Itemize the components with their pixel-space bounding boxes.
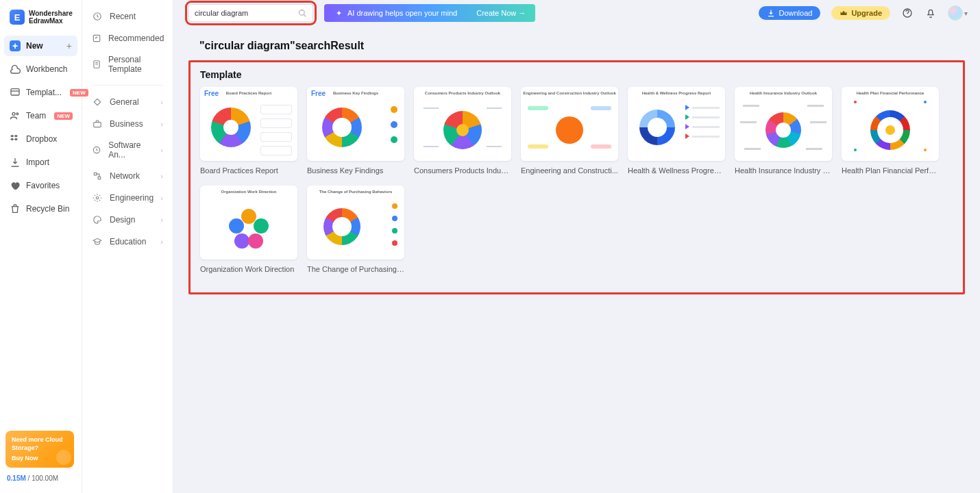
sidebar-item-label: Network xyxy=(110,171,140,181)
cat-network[interactable]: Network › xyxy=(82,165,173,187)
template-card[interactable]: Health & Wellness Progress ReportHealth … xyxy=(628,87,725,175)
thumb-title: Health Plan Financial Performance xyxy=(842,91,939,95)
sidebar-item-label: Workbench xyxy=(26,64,67,74)
sidebar-item-favorites[interactable]: Favorites xyxy=(4,175,77,196)
template-title: Business Key Findings xyxy=(307,166,404,175)
sidebar2-recent[interactable]: Recent xyxy=(82,5,173,27)
template-title: Organization Work Direction xyxy=(200,265,297,273)
search-input-wrap[interactable] xyxy=(188,4,313,22)
sidebar-item-label: Education xyxy=(110,237,146,246)
thumb-title: Business Key Findings xyxy=(307,91,404,95)
brand-line1: Wondershare xyxy=(29,10,73,17)
avatar xyxy=(948,5,963,21)
sidebar-item-templates[interactable]: Templat... NEW xyxy=(4,82,77,103)
brand-logo-icon: E xyxy=(10,10,25,25)
user-menu[interactable]: ▾ xyxy=(948,5,968,21)
chevron-right-icon: › xyxy=(160,194,163,202)
ai-banner-cta[interactable]: Create Now → xyxy=(476,9,526,17)
template-thumb: FreeBoard Practices Report xyxy=(200,87,297,161)
template-card[interactable]: Health Plan Financial PerformanceHealth … xyxy=(842,87,939,175)
brand-text: Wondershare EdrawMax xyxy=(29,10,73,25)
sidebar2-recommended[interactable]: Recommended xyxy=(82,27,173,49)
sidebar-item-import[interactable]: Import xyxy=(4,152,77,173)
primary-sidebar: E Wondershare EdrawMax + New + Workbench… xyxy=(0,0,82,493)
cat-business[interactable]: Business › xyxy=(82,113,173,135)
storage-used: 0.15M xyxy=(7,475,26,482)
vip-icon xyxy=(56,450,71,465)
svg-point-10 xyxy=(96,197,99,199)
graduation-icon xyxy=(92,236,103,247)
template-card[interactable]: Engineering and Construction Industry Ou… xyxy=(521,87,618,175)
chevron-right-icon: › xyxy=(160,172,163,180)
sidebar2-personal[interactable]: Personal Template xyxy=(82,49,173,79)
svg-point-11 xyxy=(299,10,305,15)
template-thumb: The Change of Purchasing Behaviors xyxy=(307,186,404,260)
top-bar: ✦ AI drawing helps open your mind Create… xyxy=(173,0,980,26)
team-icon xyxy=(10,110,21,121)
sidebar-item-team[interactable]: Team NEW xyxy=(4,105,77,126)
sidebar-item-new[interactable]: + New + xyxy=(4,36,77,56)
svg-point-2 xyxy=(16,113,19,115)
template-title: Health Plan Financial Perfor... xyxy=(842,166,939,175)
help-icon[interactable] xyxy=(901,7,914,19)
download-icon xyxy=(767,9,775,17)
sidebar-item-label: Business xyxy=(110,119,143,129)
sparkle-icon: ✦ xyxy=(334,8,343,18)
search-icon[interactable] xyxy=(298,9,307,18)
template-title: Consumers Products Indust... xyxy=(414,166,511,175)
template-card[interactable]: Organization Work DirectionOrganization … xyxy=(200,186,297,273)
chevron-right-icon: › xyxy=(160,98,163,106)
template-card[interactable]: The Change of Purchasing BehaviorsThe Ch… xyxy=(307,186,404,273)
bell-icon[interactable] xyxy=(924,7,937,19)
main-area: ✦ AI drawing helps open your mind Create… xyxy=(173,0,980,493)
new-badge: NEW xyxy=(54,112,73,120)
storage-promo[interactable]: Need more Cloud Storage? Buy Now xyxy=(5,431,74,468)
template-title: Health & Wellness Progress ... xyxy=(628,166,725,175)
sidebar-item-label: Import xyxy=(26,157,49,167)
svg-rect-6 xyxy=(94,123,101,127)
thumb-title: Health & Wellness Progress Report xyxy=(628,91,725,95)
template-card[interactable]: FreeBoard Practices ReportBoard Practice… xyxy=(200,87,297,175)
download-label: Download xyxy=(779,9,812,17)
template-card[interactable]: Consumers Products Industry OutlookConsu… xyxy=(414,87,511,175)
file-icon xyxy=(92,59,101,70)
cat-engineering[interactable]: Engineering › xyxy=(82,187,173,209)
download-button[interactable]: Download xyxy=(759,6,820,20)
storage-usage: 0.15M / 100.00M xyxy=(5,475,76,486)
gear-icon xyxy=(92,192,103,203)
sidebar-item-label: Software An... xyxy=(108,140,154,160)
crown-icon xyxy=(840,9,848,17)
cat-software[interactable]: Software An... › xyxy=(82,135,173,165)
brand-line2: EdrawMax xyxy=(29,17,73,25)
template-title: Engineering and Constructi... xyxy=(521,166,618,175)
sidebar-item-label: New xyxy=(26,41,43,51)
promo-text: Need more Cloud Storage? xyxy=(12,435,68,452)
plus-icon: + xyxy=(10,40,21,51)
chevron-right-icon: › xyxy=(160,238,163,246)
cat-general[interactable]: General › xyxy=(82,91,173,113)
svg-point-1 xyxy=(12,112,15,115)
template-card[interactable]: Health Insurance Industry OutlookHealth … xyxy=(735,87,832,175)
template-card[interactable]: FreeBusiness Key FindingsBusiness Key Fi… xyxy=(307,87,404,175)
secondary-sidebar: Recent Recommended Personal Template Gen… xyxy=(82,0,173,493)
search-input[interactable] xyxy=(195,9,298,17)
thumb-title: The Change of Purchasing Behaviors xyxy=(307,190,404,194)
sidebar-item-label: Recycle Bin xyxy=(26,204,69,214)
storage-sep: / xyxy=(26,475,32,482)
dropbox-icon xyxy=(10,134,21,144)
cat-education[interactable]: Education › xyxy=(82,231,173,253)
sidebar-item-label: Team xyxy=(26,111,46,121)
template-title: The Change of Purchasing B... xyxy=(307,265,404,273)
brand: E Wondershare EdrawMax xyxy=(0,7,82,31)
template-thumb: Engineering and Construction Industry Ou… xyxy=(521,87,618,161)
ai-banner[interactable]: ✦ AI drawing helps open your mind Create… xyxy=(324,4,535,22)
template-thumb: FreeBusiness Key Findings xyxy=(307,87,404,161)
upgrade-button[interactable]: Upgrade xyxy=(831,6,890,20)
sidebar-item-label: Engineering xyxy=(110,193,154,203)
cat-design[interactable]: Design › xyxy=(82,209,173,231)
sidebar-item-dropbox[interactable]: Dropbox xyxy=(4,129,77,149)
sidebar-item-recyclebin[interactable]: Recycle Bin xyxy=(4,199,77,219)
cloud-icon xyxy=(10,64,21,75)
sidebar-item-workbench[interactable]: Workbench xyxy=(4,59,77,79)
template-title: Health Insurance Industry O... xyxy=(735,166,832,175)
